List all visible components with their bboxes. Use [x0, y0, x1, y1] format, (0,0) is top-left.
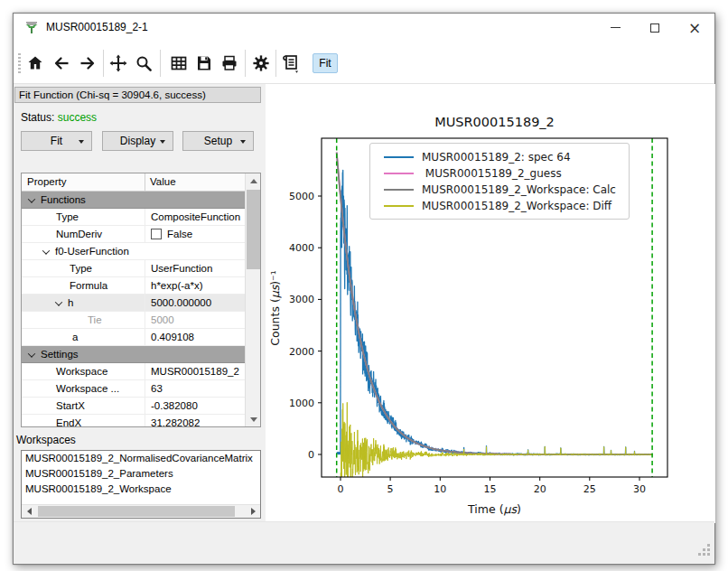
scrollbar-thumb[interactable]	[247, 190, 260, 269]
display-menu-label: Display	[120, 135, 155, 147]
fit-toolbar-button[interactable]: Fit	[313, 53, 338, 73]
back-icon	[51, 53, 71, 73]
toolbar-separator	[245, 50, 246, 77]
zoom-button[interactable]	[130, 50, 157, 77]
table-row-tie[interactable]: Tie5000	[22, 312, 245, 329]
save-button[interactable]	[191, 50, 218, 77]
list-item[interactable]: MUSR00015189_2_NormalisedCovarianceMatri…	[22, 451, 260, 466]
pan-icon	[108, 53, 128, 73]
minimize-button[interactable]	[595, 14, 635, 42]
setup-menu-label: Setup	[204, 135, 232, 147]
series-line-sample	[384, 205, 414, 208]
list-item[interactable]: MUSR00015189_2_Parameters	[22, 466, 260, 482]
svg-text:MUSR00015189_2: MUSR00015189_2	[434, 115, 555, 129]
table-row-f0-type[interactable]: TypeUserFunction	[22, 260, 245, 277]
scroll-down-button[interactable]	[246, 412, 261, 426]
status-label: Status:	[21, 111, 54, 124]
table-vertical-scrollbar[interactable]	[245, 173, 260, 426]
legend-entry: MUSR00015189_2_Workspace: Diff	[378, 198, 621, 214]
status-value: success	[58, 111, 97, 124]
resize-grip-icon[interactable]	[698, 544, 710, 556]
fit-property-panel: Fit Function (Chi-sq = 30904.6, success)…	[14, 84, 265, 523]
workspaces-label: Workspaces	[16, 434, 76, 446]
table-row-endx[interactable]: EndX31.282082	[22, 415, 245, 427]
plot-panel: 051015202530010002000300040005000MUSR000…	[266, 84, 715, 523]
close-button[interactable]: ×	[675, 14, 714, 42]
customize-button[interactable]	[247, 50, 275, 77]
print-icon	[219, 53, 239, 73]
home-icon	[25, 53, 45, 73]
gear-icon	[251, 53, 271, 73]
display-menu-button[interactable]: Display	[102, 131, 173, 151]
column-divider	[145, 173, 145, 192]
table-row-workspace[interactable]: WorkspaceMUSR00015189_2	[22, 363, 245, 380]
table-row-a[interactable]: a0.409108	[22, 329, 245, 346]
legend-entry: MUSR00015189_2_guess	[378, 165, 621, 182]
table-row-formula[interactable]: Formulah*exp(-a*x)	[22, 277, 245, 295]
triangle-right-icon	[251, 508, 256, 515]
fit-function-header: Fit Function (Chi-sq = 30904.6, success)	[14, 87, 261, 103]
pan-button[interactable]	[105, 50, 132, 77]
window-title: MUSR00015189_2-1	[46, 21, 148, 33]
column-header-value: Value	[150, 176, 176, 187]
table-row-workspace-index[interactable]: Workspace ...63	[22, 380, 245, 398]
print-button[interactable]	[216, 50, 243, 77]
collapse-chevron-icon[interactable]	[55, 298, 62, 305]
triangle-up-icon	[250, 179, 257, 183]
chevron-down-icon	[79, 140, 84, 144]
table-row-h[interactable]: h5000.000000	[22, 295, 245, 312]
plot-legend: MUSR00015189_2: spec 64 MUSR00015189_2_g…	[369, 143, 630, 220]
scroll-up-button[interactable]	[246, 173, 261, 188]
svg-text:25: 25	[583, 483, 596, 495]
fit-window: MUSR00015189_2-1 ×	[13, 13, 715, 565]
table-row-functions[interactable]: Functions	[22, 192, 245, 209]
plot-toolbar: Fit	[14, 42, 714, 84]
back-button[interactable]	[48, 50, 75, 77]
svg-text:30: 30	[633, 483, 646, 495]
forward-button[interactable]	[74, 50, 101, 77]
triangle-left-icon	[27, 508, 32, 515]
toolbar-separator	[103, 50, 104, 77]
table-row-settings[interactable]: Settings	[22, 346, 245, 363]
series-line-sample	[384, 156, 414, 159]
legend-entry: MUSR00015189_2: spec 64	[378, 149, 621, 165]
home-button[interactable]	[22, 50, 49, 77]
svg-text:10: 10	[434, 483, 446, 495]
chevron-down-icon	[240, 140, 246, 144]
workspaces-horizontal-scrollbar[interactable]	[22, 504, 260, 518]
toolbar-separator	[275, 50, 276, 77]
svg-text:20: 20	[534, 483, 546, 495]
subplots-grid-icon	[169, 53, 189, 73]
fit-status: Status: success	[21, 111, 97, 124]
generate-script-button[interactable]	[277, 50, 304, 77]
table-row-numderiv[interactable]: NumDerivFalse	[22, 226, 245, 243]
subplots-button[interactable]	[165, 50, 192, 77]
legend-entry: MUSR00015189_2_Workspace: Calc	[378, 182, 621, 198]
table-row-f0-userfunction[interactable]: f0-UserFunction	[22, 243, 245, 260]
close-icon: ×	[688, 23, 701, 33]
table-row-type[interactable]: TypeCompositeFunction	[22, 209, 245, 226]
toolbar-separator	[160, 50, 161, 77]
maximize-button[interactable]	[635, 14, 675, 42]
scroll-left-button[interactable]	[22, 505, 36, 518]
svg-text:5: 5	[387, 483, 394, 495]
collapse-chevron-icon[interactable]	[28, 195, 35, 202]
workspaces-list: MUSR00015189_2_NormalisedCovarianceMatri…	[21, 450, 261, 519]
minimize-icon	[611, 27, 621, 28]
setup-menu-button[interactable]: Setup	[182, 131, 254, 151]
collapse-chevron-icon[interactable]	[28, 350, 35, 357]
title-bar[interactable]: MUSR00015189_2-1 ×	[14, 14, 714, 42]
table-rows: Functions TypeCompositeFunction NumDeriv…	[22, 192, 245, 427]
fit-menu-button[interactable]: Fit	[21, 131, 92, 151]
toolbar-drag-handle[interactable]	[18, 53, 21, 73]
svg-text:5000: 5000	[289, 191, 314, 202]
table-row-startx[interactable]: StartX-0.382080	[22, 398, 245, 415]
list-item[interactable]: MUSR00015189_2_Workspace	[22, 482, 260, 497]
scrollbar-thumb[interactable]	[38, 506, 235, 517]
svg-text:1000: 1000	[289, 398, 314, 409]
collapse-chevron-icon[interactable]	[42, 247, 50, 254]
triangle-down-icon	[250, 417, 257, 422]
numderiv-checkbox[interactable]	[151, 229, 162, 239]
series-line-sample	[384, 189, 414, 192]
scroll-right-button[interactable]	[246, 505, 260, 518]
